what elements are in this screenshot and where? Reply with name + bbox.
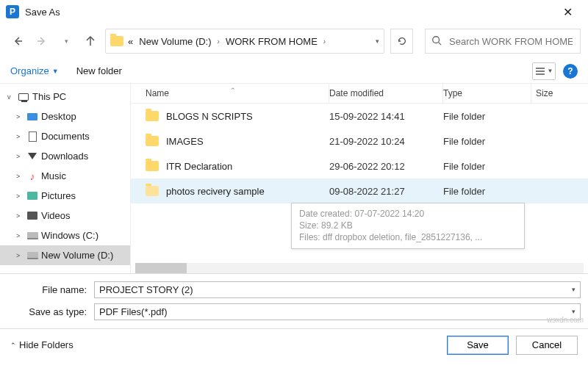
chevron-up-icon: ⌃ [10, 342, 16, 349]
pictures-icon [27, 192, 37, 200]
file-date: 15-09-2022 14:41 [329, 111, 443, 122]
tooltip-line: Files: dff dropbox deletion, file_285122… [299, 231, 517, 243]
organize-label: Organize [10, 65, 49, 76]
pc-icon [18, 93, 29, 101]
sidebar-item-documents[interactable]: > Documents [0, 126, 130, 146]
sidebar-item-label: Videos [41, 210, 71, 221]
horizontal-scrollbar[interactable] [135, 263, 584, 273]
recent-dropdown[interactable]: ▾ [57, 29, 76, 53]
view-mode-button[interactable]: ▼ [532, 62, 556, 80]
chevron-down-icon: ▼ [52, 68, 59, 75]
sidebar-item-label: Music [41, 170, 66, 181]
nav-row: ▾ « New Volume (D:) › WORK FROM HOME › ▾ [0, 24, 588, 59]
bottom-panel: File name: PROJECT STORY (2) ▾ Save as t… [0, 273, 588, 328]
watermark: wsxdn.com [547, 316, 584, 324]
toolbar: Organize ▼ New folder ▼ ? [0, 59, 588, 84]
expand-icon[interactable]: > [16, 153, 24, 160]
sidebar-item-pictures[interactable]: > Pictures [0, 186, 130, 206]
drive-icon [27, 252, 38, 259]
folder-open-icon [146, 186, 159, 196]
search-box[interactable] [425, 29, 581, 54]
file-name: photos recivery sample [166, 186, 329, 197]
file-row[interactable]: IMAGES 21-09-2022 10:24 File folder [131, 129, 588, 154]
app-icon: P [6, 5, 19, 18]
refresh-button[interactable] [390, 29, 413, 54]
saveastype-select[interactable]: PDF Files(*.pdf) ▾ [94, 303, 581, 320]
file-row[interactable]: BLOGS N SCRIPTS 15-09-2022 14:41 File fo… [131, 104, 588, 129]
cancel-button[interactable]: Cancel [516, 336, 578, 355]
close-button[interactable]: ✕ [553, 5, 582, 19]
collapse-icon[interactable]: v [7, 93, 15, 101]
filename-input[interactable]: PROJECT STORY (2) ▾ [94, 281, 581, 298]
new-folder-button[interactable]: New folder [76, 65, 122, 76]
folder-icon [146, 136, 159, 146]
expand-icon[interactable]: > [16, 192, 24, 200]
file-row[interactable]: ITR Declaration 29-06-2022 20:12 File fo… [131, 154, 588, 178]
music-icon: ♪ [26, 170, 38, 182]
sidebar-item-music[interactable]: > ♪ Music [0, 166, 130, 186]
file-row-selected[interactable]: photos recivery sample 09-08-2022 21:27 … [131, 178, 588, 203]
sidebar-item-label: New Volume (D:) [41, 250, 113, 261]
expand-icon[interactable]: > [16, 113, 24, 120]
back-button[interactable] [7, 29, 27, 53]
hide-folders-label: Hide Folders [19, 339, 74, 350]
list-icon [535, 67, 545, 76]
sidebar-item-videos[interactable]: > Videos [0, 206, 130, 226]
title-bar: P Save As ✕ [0, 0, 588, 24]
column-header-size[interactable]: Size [531, 84, 588, 103]
video-icon [27, 212, 37, 220]
search-input[interactable] [448, 35, 574, 48]
file-name: BLOGS N SCRIPTS [166, 111, 329, 122]
breadcrumb-volume[interactable]: New Volume (D:) [137, 36, 212, 47]
column-header-date[interactable]: Date modified [329, 84, 443, 103]
tooltip-line: Date created: 07-07-2022 14:20 [299, 208, 517, 220]
arrow-right-icon [36, 35, 48, 47]
sidebar-item-new-volume-d[interactable]: > New Volume (D:) [0, 245, 130, 265]
scrollbar-thumb[interactable] [135, 263, 187, 273]
file-date: 29-06-2022 20:12 [329, 161, 443, 172]
organize-menu[interactable]: Organize ▼ [10, 65, 59, 76]
window-title: Save As [25, 7, 60, 18]
chevron-down-icon: ▼ [548, 68, 553, 74]
hide-folders-toggle[interactable]: ⌃ Hide Folders [10, 339, 74, 350]
sidebar-item-desktop[interactable]: > Desktop [0, 107, 130, 126]
folder-icon [146, 161, 159, 171]
filename-value: PROJECT STORY (2) [99, 284, 193, 295]
file-type: File folder [443, 136, 531, 147]
footer: ⌃ Hide Folders Save Cancel [0, 328, 588, 361]
arrow-up-icon [85, 35, 96, 47]
chevron-down-icon[interactable]: ▾ [572, 286, 576, 293]
search-icon [431, 35, 442, 48]
folder-icon [146, 111, 159, 121]
expand-icon[interactable]: > [16, 212, 24, 220]
refresh-icon [397, 36, 407, 46]
sidebar: v This PC > Desktop > Documents > Downlo… [0, 84, 131, 273]
file-list-header: Name ⌃ Date modified Type Size [131, 84, 588, 104]
breadcrumb-folder[interactable]: WORK FROM HOME [224, 36, 319, 47]
chevron-right-icon: › [322, 37, 327, 46]
arrow-left-icon [12, 35, 24, 47]
document-icon [29, 131, 37, 142]
file-name: IMAGES [166, 136, 329, 147]
forward-button[interactable] [32, 29, 51, 53]
sidebar-item-this-pc[interactable]: v This PC [0, 87, 130, 107]
sidebar-item-label: Windows (C:) [41, 230, 98, 241]
up-button[interactable] [81, 29, 101, 53]
address-bar[interactable]: « New Volume (D:) › WORK FROM HOME › ▾ [105, 29, 384, 54]
expand-icon[interactable]: > [16, 232, 24, 239]
expand-icon[interactable]: > [16, 252, 24, 259]
chevron-down-icon[interactable]: ▾ [572, 308, 576, 315]
chevron-down-icon[interactable]: ▾ [376, 37, 379, 45]
sidebar-item-windows-c[interactable]: > Windows (C:) [0, 226, 130, 245]
save-button[interactable]: Save [447, 336, 509, 355]
help-button[interactable]: ? [563, 64, 578, 79]
svg-point-0 [433, 36, 440, 43]
sidebar-item-label: Downloads [41, 151, 88, 162]
tooltip-line: Size: 89.2 KB [299, 220, 517, 231]
column-header-name[interactable]: Name ⌃ [131, 84, 329, 103]
file-type: File folder [443, 111, 531, 122]
sidebar-item-downloads[interactable]: > Downloads [0, 146, 130, 166]
column-header-type[interactable]: Type [443, 84, 531, 103]
expand-icon[interactable]: > [16, 173, 24, 180]
expand-icon[interactable]: > [16, 133, 24, 140]
